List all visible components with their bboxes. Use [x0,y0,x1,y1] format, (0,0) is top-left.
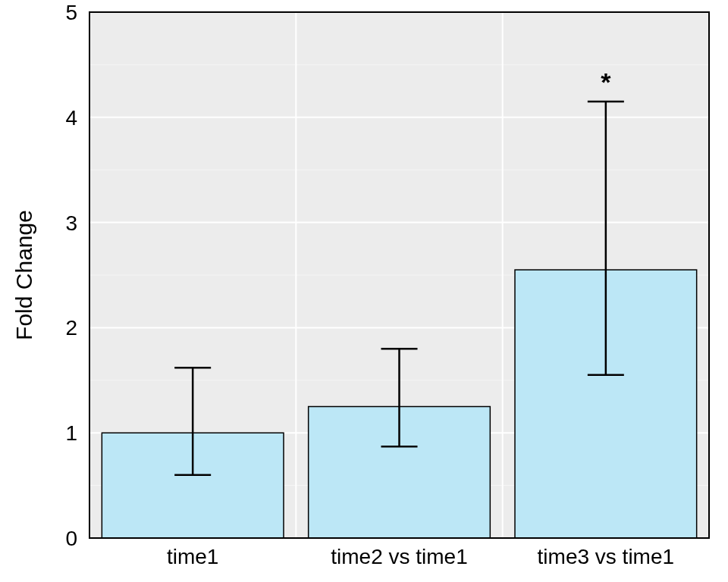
y-tick-label: 2 [65,316,77,340]
y-tick-label: 1 [65,421,77,445]
x-tick-label: time1 [167,545,218,568]
y-tick-label: 5 [65,1,77,24]
y-tick-label: 3 [65,211,77,235]
x-tick-label: time3 vs time1 [538,545,675,568]
chart-container: 012345*time1time2 vs time1time3 vs time1… [0,0,728,582]
chart-svg: 012345*time1time2 vs time1time3 vs time1… [0,0,728,582]
significance-marker: * [601,67,611,96]
x-tick-label: time2 vs time1 [331,545,468,568]
y-tick-label: 0 [65,527,77,550]
y-tick-label: 4 [65,106,77,130]
y-axis-label: Fold Change [11,210,36,340]
